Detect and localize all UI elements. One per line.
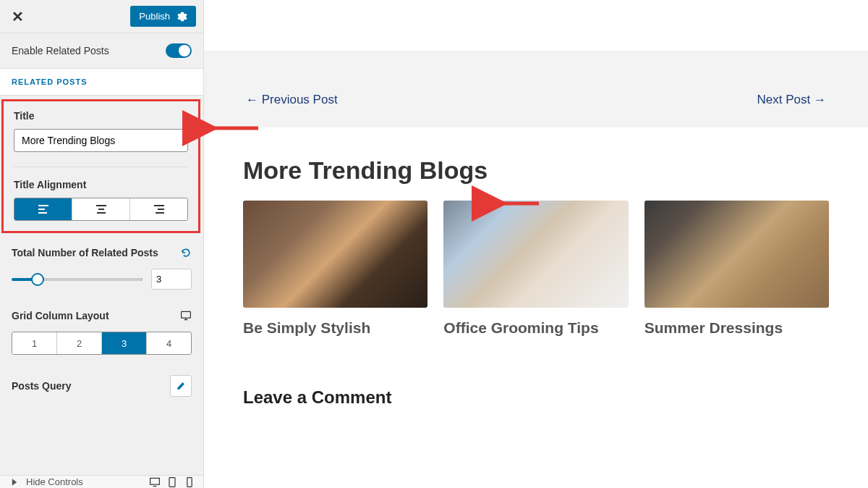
- customizer-sidebar: ✕ Publish Enable Related Posts RELATED P…: [0, 0, 204, 488]
- card-image: [443, 201, 628, 308]
- previous-post-link[interactable]: ← Previous Post: [246, 93, 338, 107]
- title-alignment-group: [14, 198, 188, 221]
- next-post-link[interactable]: Next Post →: [757, 93, 826, 107]
- publish-label: Publish: [139, 11, 170, 22]
- card-title: Be Simply Stylish: [243, 319, 427, 337]
- grid-col-2[interactable]: 2: [57, 332, 102, 354]
- related-posts-title: More Trending Blogs: [243, 156, 829, 185]
- bottombar: Hide Controls: [0, 475, 204, 488]
- enable-label: Enable Related Posts: [12, 45, 109, 56]
- desktop-icon[interactable]: [180, 310, 192, 321]
- grid-col-1[interactable]: 1: [12, 332, 57, 354]
- post-navigation: ← Previous Post Next Post →: [204, 51, 868, 127]
- posts-query-section: Posts Query: [0, 365, 203, 407]
- card-image: [644, 201, 829, 308]
- title-alignment-label: Title Alignment: [14, 179, 188, 190]
- align-center-icon: [95, 204, 107, 214]
- pencil-icon: [176, 381, 186, 391]
- grid-columns-group: 1 2 3 4: [12, 332, 192, 355]
- preview-pane: ← Previous Post Next Post → More Trendin…: [204, 0, 868, 488]
- publish-button[interactable]: Publish: [130, 6, 196, 27]
- close-button[interactable]: ✕: [7, 7, 27, 27]
- enable-toggle[interactable]: [166, 43, 192, 58]
- title-section-highlight: Title Title Alignment: [1, 99, 200, 233]
- total-posts-section: Total Number of Related Posts: [0, 237, 203, 300]
- card-title: Summer Dressings: [644, 319, 829, 337]
- align-center-button[interactable]: [72, 198, 130, 220]
- related-post-card[interactable]: Be Simply Stylish: [243, 201, 427, 337]
- svg-rect-12: [150, 478, 160, 484]
- title-input[interactable]: [14, 129, 188, 152]
- related-posts-block: More Trending Blogs Be Simply Stylish Of…: [214, 127, 858, 350]
- grid-col-4[interactable]: 4: [147, 332, 191, 354]
- card-image: [243, 201, 427, 308]
- total-posts-slider-row: [12, 269, 192, 290]
- grid-label: Grid Column Layout: [12, 310, 109, 321]
- align-left-icon: [38, 204, 49, 214]
- gear-icon: [177, 12, 187, 22]
- collapse-icon[interactable]: [9, 476, 20, 488]
- topbar: ✕ Publish: [0, 0, 203, 33]
- svg-rect-9: [182, 311, 191, 318]
- device-mobile-icon[interactable]: [184, 476, 195, 488]
- comment-section: Leave a Comment: [214, 366, 858, 429]
- align-left-button[interactable]: [14, 198, 72, 220]
- related-post-card[interactable]: Summer Dressings: [644, 201, 829, 337]
- align-right-button[interactable]: [130, 198, 187, 220]
- total-posts-label: Total Number of Related Posts: [12, 247, 158, 258]
- posts-query-edit-button[interactable]: [170, 375, 192, 397]
- card-title: Office Grooming Tips: [443, 319, 628, 337]
- grid-col-3[interactable]: 3: [102, 332, 147, 354]
- align-right-icon: [153, 204, 165, 214]
- svg-rect-14: [169, 477, 175, 487]
- svg-rect-15: [187, 477, 192, 487]
- title-label: Title: [14, 110, 188, 122]
- related-post-card[interactable]: Office Grooming Tips: [443, 201, 628, 337]
- hide-controls-label[interactable]: Hide Controls: [26, 476, 83, 487]
- device-desktop-icon[interactable]: [149, 476, 161, 488]
- comment-title: Leave a Comment: [243, 387, 829, 408]
- total-posts-value[interactable]: [151, 269, 192, 290]
- related-posts-cards: Be Simply Stylish Office Grooming Tips S…: [243, 201, 829, 337]
- device-tablet-icon[interactable]: [166, 476, 178, 488]
- enable-related-posts-row: Enable Related Posts: [0, 33, 203, 68]
- reset-icon[interactable]: [180, 247, 192, 258]
- total-posts-slider[interactable]: [12, 278, 142, 281]
- section-header: RELATED POSTS: [0, 68, 203, 96]
- posts-query-label: Posts Query: [12, 380, 71, 392]
- grid-layout-section: Grid Column Layout 1 2 3 4: [0, 300, 203, 365]
